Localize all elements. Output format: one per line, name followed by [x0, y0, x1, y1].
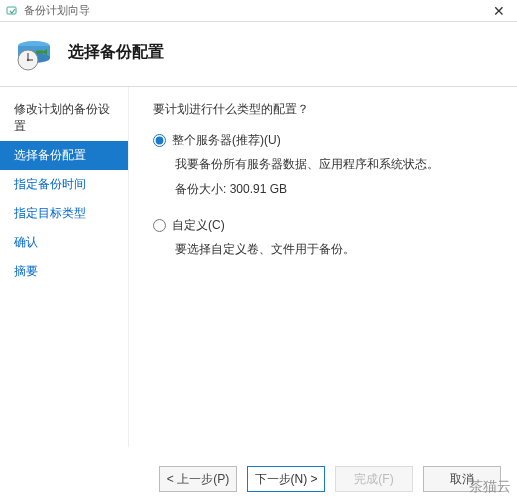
finish-button: 完成(F)	[335, 466, 413, 492]
prev-button[interactable]: < 上一步(P)	[159, 466, 237, 492]
sidebar-item-target-type[interactable]: 指定目标类型	[0, 199, 128, 228]
backup-size: 备份大小: 300.91 GB	[175, 180, 497, 199]
wizard-content: 要计划进行什么类型的配置？ 整个服务器(推荐)(U) 我要备份所有服务器数据、应…	[128, 87, 517, 447]
radio-custom-label[interactable]: 自定义(C)	[172, 217, 225, 234]
radio-full-server[interactable]	[153, 134, 166, 147]
radio-custom[interactable]	[153, 219, 166, 232]
sidebar-item-modify-settings[interactable]: 修改计划的备份设置	[0, 95, 128, 141]
radio-full-server-label[interactable]: 整个服务器(推荐)(U)	[172, 132, 281, 149]
app-icon	[6, 4, 20, 18]
svg-rect-8	[36, 51, 43, 54]
backup-schedule-icon	[14, 32, 54, 72]
wizard-footer: < 上一步(P) 下一步(N) > 完成(F) 取消	[159, 466, 501, 492]
config-prompt: 要计划进行什么类型的配置？	[153, 101, 497, 118]
sidebar-item-summary[interactable]: 摘要	[0, 257, 128, 286]
close-icon[interactable]: ✕	[487, 3, 511, 19]
sidebar-item-confirm[interactable]: 确认	[0, 228, 128, 257]
page-title: 选择备份配置	[68, 42, 164, 63]
custom-desc: 要选择自定义卷、文件用于备份。	[175, 240, 497, 259]
sidebar-item-select-config[interactable]: 选择备份配置	[0, 141, 128, 170]
window-title: 备份计划向导	[24, 3, 487, 18]
sidebar-item-backup-time[interactable]: 指定备份时间	[0, 170, 128, 199]
wizard-header: 选择备份配置	[0, 22, 517, 86]
wizard-steps: 修改计划的备份设置 选择备份配置 指定备份时间 指定目标类型 确认 摘要	[0, 87, 128, 447]
next-button[interactable]: 下一步(N) >	[247, 466, 325, 492]
full-server-desc: 我要备份所有服务器数据、应用程序和系统状态。	[175, 155, 497, 174]
cancel-button[interactable]: 取消	[423, 466, 501, 492]
